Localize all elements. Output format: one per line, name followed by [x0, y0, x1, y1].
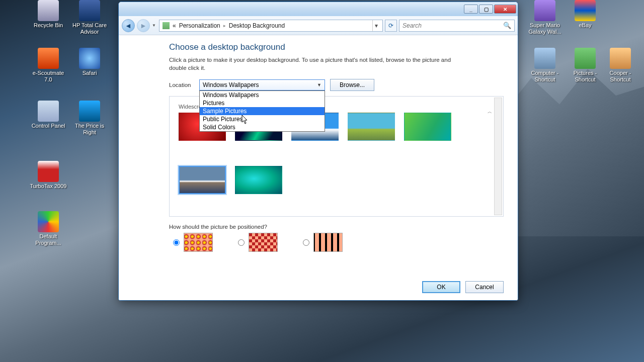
location-selected[interactable]: Windows Wallpapers ▼ [199, 79, 325, 90]
app-icon [534, 48, 555, 69]
desktop-background-window: _ ▢ ✕ ◄ ► ▼ « Personalization ▸ Desktop … [118, 2, 518, 301]
app-icon [534, 0, 555, 21]
app-icon [79, 0, 100, 21]
desktop-icon[interactable]: Cooper - Shortcut [601, 48, 639, 82]
position-options [169, 233, 504, 252]
desktop-icon[interactable]: Computer - Shortcut [526, 48, 564, 82]
icon-label: Computer - Shortcut [526, 70, 564, 82]
explorer-navbar: ◄ ► ▼ « Personalization ▸ Desktop Backgr… [119, 16, 518, 35]
app-icon [79, 48, 100, 69]
position-option[interactable] [173, 233, 213, 252]
address-bar[interactable]: « Personalization ▸ Desktop Background ▾ [159, 20, 383, 32]
browse-button[interactable]: Browse... [330, 79, 374, 91]
position-option[interactable] [238, 233, 278, 252]
breadcrumb-separator: ▸ [223, 23, 226, 28]
app-icon [79, 101, 100, 122]
cancel-button[interactable]: Cancel [465, 281, 504, 293]
location-options-list[interactable]: Windows WallpapersPicturesSample Picture… [199, 90, 325, 132]
maximize-button[interactable]: ▢ [479, 5, 493, 14]
desktop-icon[interactable]: Safari [70, 48, 109, 76]
location-option[interactable]: Solid Colors [200, 123, 325, 131]
desktop-icon[interactable]: TurboTax 2009 [29, 161, 67, 190]
app-icon [575, 0, 596, 21]
desktop-icon[interactable]: e-Scoutmate 7.0 [29, 48, 67, 82]
app-icon [38, 0, 59, 21]
location-icon [163, 22, 170, 29]
breadcrumb-pre[interactable]: « [173, 22, 176, 29]
desktop-icon[interactable]: Control Panel [29, 101, 67, 129]
icon-label: TurboTax 2009 [29, 183, 67, 190]
desktop-icon[interactable]: Pictures - Shortcut [566, 48, 604, 82]
desktop-icon[interactable]: Default Program... [29, 211, 67, 246]
minimize-button[interactable]: _ [464, 5, 478, 14]
app-icon [38, 101, 59, 122]
location-label: Location [169, 82, 194, 88]
icon-label: HP Total Care Advisor [70, 22, 109, 35]
app-icon [575, 48, 596, 69]
location-option[interactable]: Windows Wallpapers [200, 91, 325, 99]
app-icon [38, 161, 59, 182]
address-dropdown[interactable]: ▾ [372, 20, 379, 31]
location-dropdown[interactable]: Windows Wallpapers ▼ Windows WallpapersP… [199, 79, 325, 90]
position-radio[interactable] [238, 239, 245, 246]
icon-label: e-Scoutmate 7.0 [29, 70, 67, 82]
window-titlebar[interactable]: _ ▢ ✕ [119, 2, 518, 16]
location-option[interactable]: Sample Pictures [200, 107, 325, 115]
breadcrumb-personalization[interactable]: Personalization [179, 22, 220, 29]
location-row: Location Windows Wallpapers ▼ Windows Wa… [169, 79, 504, 91]
position-question: How should the picture be positioned? [169, 224, 504, 230]
page-description: Click a picture to make it your desktop … [169, 56, 461, 72]
location-option[interactable]: Public Pictures [200, 115, 325, 123]
app-icon [610, 48, 631, 69]
position-radio[interactable] [303, 239, 309, 246]
search-icon[interactable]: 🔍 [503, 22, 511, 29]
location-option[interactable]: Pictures [200, 99, 325, 107]
app-icon [38, 48, 59, 69]
wallpaper-thumbnail[interactable] [235, 166, 282, 194]
ok-button[interactable]: OK [422, 281, 460, 293]
chevron-down-icon: ▼ [317, 82, 321, 87]
breadcrumb-desktop-background[interactable]: Desktop Background [229, 22, 285, 29]
nav-history-dropdown[interactable]: ▼ [152, 23, 157, 28]
vertical-scrollbar[interactable] [494, 98, 502, 215]
content-pane: Choose a desktop background Click a pict… [119, 35, 518, 300]
icon-label: Control Panel [29, 123, 67, 129]
wallpaper-thumbnail[interactable] [348, 113, 395, 141]
page-title: Choose a desktop background [169, 42, 504, 52]
icon-label: eBay [566, 22, 604, 29]
position-option[interactable] [303, 233, 343, 252]
location-selected-text: Windows Wallpapers [203, 81, 259, 88]
category-collapse-icon[interactable]: ︿ [488, 109, 492, 115]
desktop-icon[interactable]: eBay [566, 0, 604, 29]
icon-label: Safari [70, 70, 109, 76]
search-box[interactable]: 🔍 [399, 20, 515, 32]
icon-label: Pictures - Shortcut [566, 70, 604, 82]
close-button[interactable]: ✕ [494, 5, 516, 14]
desktop-icon[interactable]: Recycle Bin [29, 0, 67, 29]
icon-label: Default Program... [29, 233, 67, 246]
desktop-icon[interactable]: Super Mario Galaxy Wal... [526, 0, 564, 35]
app-icon [38, 211, 59, 232]
position-thumb [313, 233, 343, 252]
position-radio[interactable] [173, 239, 180, 246]
desktop-icon[interactable]: The Price is Right [70, 101, 109, 135]
forward-button[interactable]: ► [137, 19, 150, 32]
icon-label: The Price is Right [70, 123, 109, 135]
position-thumb [184, 233, 213, 252]
icon-label: Recycle Bin [29, 22, 67, 29]
wallpaper-thumbnail[interactable] [179, 166, 226, 194]
back-button[interactable]: ◄ [122, 19, 135, 32]
icon-label: Cooper - Shortcut [601, 70, 639, 82]
desktop-icon[interactable]: HP Total Care Advisor [70, 0, 109, 35]
wallpaper-thumbnail[interactable] [404, 113, 451, 141]
search-input[interactable] [403, 22, 503, 29]
icon-label: Super Mario Galaxy Wal... [526, 22, 564, 35]
dialog-buttons: OK Cancel [422, 281, 504, 293]
refresh-button[interactable]: ⟳ [385, 20, 397, 32]
position-thumb [249, 233, 278, 252]
